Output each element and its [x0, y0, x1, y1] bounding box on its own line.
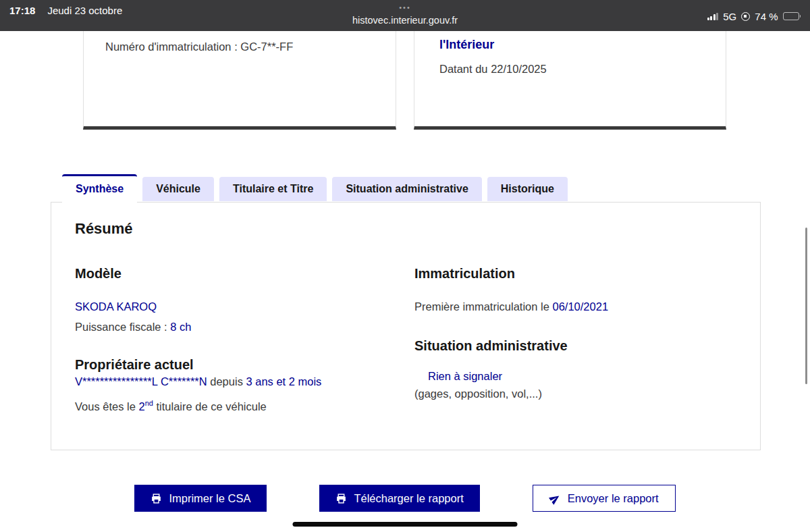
tab-synthese[interactable]: Synthèse — [62, 174, 137, 203]
owner-rank-number: 2 — [138, 400, 144, 413]
report-tabs: Synthèse Véhicule Titulaire et Titre Sit… — [62, 174, 810, 202]
owner-masked-name: V****************L C*******N — [75, 375, 207, 388]
send-report-button[interactable]: Envoyer le rapport — [533, 485, 676, 512]
fiscal-power-value: 8 ch — [170, 321, 191, 333]
situation-heading: Situation administrative — [414, 338, 760, 354]
immatriculation-number: Numéro d'immatriculation : GC-7**-FF — [105, 41, 374, 53]
immatriculation-heading: Immatriculation — [414, 266, 760, 282]
owner-line: V****************L C*******N depuis 3 an… — [75, 373, 414, 390]
card-immatriculation: Numéro d'immatriculation : GC-7**-FF — [83, 31, 396, 130]
tab-titulaire-et-titre[interactable]: Titulaire et Titre — [219, 177, 327, 201]
synthese-panel: Résumé Modèle SKODA KAROQ Puissance fisc… — [51, 202, 761, 450]
summary-cards: Numéro d'immatriculation : GC-7**-FF l'I… — [83, 31, 810, 130]
printer-icon — [151, 493, 162, 504]
model-heading: Modèle — [75, 266, 414, 282]
owner-rank-suffix: nd — [145, 399, 153, 407]
card-report-origin: l'Intérieur Datant du 22/10/2025 — [414, 31, 726, 130]
owner-heading: Propriétaire actuel — [75, 357, 414, 373]
report-actions: Imprimer le CSA Télécharger le rapport E… — [0, 485, 810, 512]
model-value: SKODA KAROQ — [75, 298, 414, 315]
print-csa-button[interactable]: Imprimer le CSA — [134, 485, 267, 512]
send-plane-icon — [549, 493, 561, 504]
download-report-button[interactable]: Télécharger le rapport — [319, 485, 479, 512]
tab-situation-administrative[interactable]: Situation administrative — [332, 177, 481, 201]
owner-rank-line: Vous êtes le 2nd titulaire de ce véhicul… — [75, 394, 414, 415]
first-registration-date: 06/10/2021 — [552, 300, 608, 313]
first-registration-line: Première immatriculation le 06/10/2021 — [414, 298, 760, 315]
printer-icon — [335, 493, 347, 504]
status-bar: 17:18 Jeudi 23 octobre ••• histovec.inte… — [0, 0, 810, 31]
tab-vehicule[interactable]: Véhicule — [142, 177, 214, 201]
rotation-lock-icon — [741, 12, 750, 21]
tab-historique[interactable]: Historique — [487, 177, 568, 201]
situation-status: Rien à signaler — [414, 367, 760, 385]
fiscal-power-line: Puissance fiscale : 8 ch — [75, 318, 414, 336]
tab-overview-dots-icon[interactable]: ••• — [399, 0, 411, 12]
url-bar[interactable]: histovec.interieur.gouv.fr — [352, 12, 458, 26]
home-indicator[interactable] — [293, 522, 518, 527]
report-origin-title: l'Intérieur — [439, 38, 704, 52]
scrollbar[interactable] — [805, 228, 807, 384]
situation-note: (gages, opposition, vol,...) — [414, 385, 760, 402]
panel-title: Résumé — [75, 220, 760, 238]
report-date: Datant du 22/10/2025 — [439, 63, 704, 76]
ownership-duration: 3 ans et 2 mois — [246, 375, 321, 388]
